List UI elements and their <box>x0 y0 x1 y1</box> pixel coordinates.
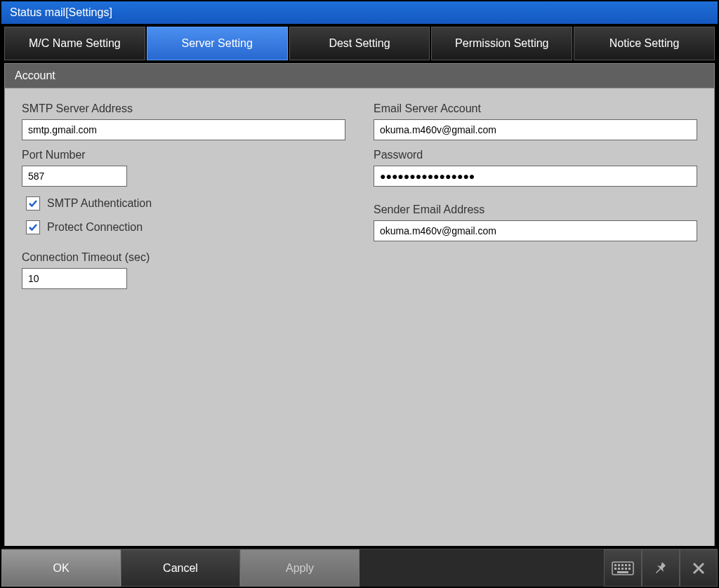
svg-rect-2 <box>618 564 620 566</box>
protect-connection-checkbox[interactable] <box>26 220 40 234</box>
port-number-input[interactable] <box>22 166 127 187</box>
svg-rect-6 <box>614 568 616 570</box>
protect-connection-label: Protect Connection <box>47 221 143 234</box>
tab-server-setting[interactable]: Server Setting <box>147 27 288 60</box>
apply-button[interactable]: Apply <box>240 549 360 587</box>
connection-timeout-label: Connection Timeout (sec) <box>22 251 345 264</box>
section-title: Account <box>15 69 55 81</box>
svg-rect-9 <box>625 568 627 570</box>
svg-rect-7 <box>618 568 620 570</box>
form-panel: SMTP Server Address Port Number SMTP Aut… <box>4 88 715 546</box>
password-label: Password <box>374 149 697 161</box>
left-column: SMTP Server Address Port Number SMTP Aut… <box>22 102 345 532</box>
content-area: Account SMTP Server Address Port Number … <box>1 60 718 549</box>
keyboard-icon <box>612 561 634 575</box>
svg-rect-4 <box>625 564 627 566</box>
svg-rect-11 <box>617 571 628 573</box>
sender-email-input[interactable] <box>374 220 697 241</box>
window-title: Status mail[Settings] <box>10 6 112 19</box>
svg-rect-3 <box>621 564 624 566</box>
close-button[interactable] <box>680 549 718 587</box>
pin-button[interactable] <box>642 549 680 587</box>
titlebar: Status mail[Settings] <box>1 1 718 24</box>
checkmark-icon <box>27 222 39 233</box>
section-header: Account <box>4 63 715 88</box>
tab-notice-setting[interactable]: Notice Setting <box>574 27 715 60</box>
bottom-bar: OK Cancel Apply <box>1 549 718 587</box>
keyboard-button[interactable] <box>604 549 642 587</box>
checkmark-icon <box>27 198 39 209</box>
smtp-server-input[interactable] <box>22 119 345 140</box>
close-icon <box>691 561 706 576</box>
password-input[interactable] <box>374 166 697 187</box>
tab-mc-name-setting[interactable]: M/C Name Setting <box>4 27 145 60</box>
svg-rect-5 <box>628 564 631 566</box>
sender-email-label: Sender Email Address <box>374 203 697 216</box>
connection-timeout-input[interactable] <box>22 268 127 289</box>
pin-icon <box>652 560 669 577</box>
svg-rect-10 <box>628 568 631 570</box>
email-account-label: Email Server Account <box>374 102 697 115</box>
status-mail-settings-window: Status mail[Settings] M/C Name Setting S… <box>0 0 719 588</box>
tab-permission-setting[interactable]: Permission Setting <box>431 27 572 60</box>
ok-button[interactable]: OK <box>1 549 121 587</box>
email-account-input[interactable] <box>374 119 697 140</box>
smtp-auth-checkbox[interactable] <box>26 196 40 211</box>
smtp-auth-label: SMTP Authentication <box>47 197 152 210</box>
port-number-label: Port Number <box>22 149 345 161</box>
button-spacer <box>360 549 604 587</box>
right-column: Email Server Account Password Sender Ema… <box>374 102 697 532</box>
svg-rect-1 <box>614 564 616 566</box>
smtp-server-label: SMTP Server Address <box>22 102 345 115</box>
svg-rect-8 <box>621 568 624 570</box>
cancel-button[interactable]: Cancel <box>121 549 240 587</box>
tab-bar: M/C Name Setting Server Setting Dest Set… <box>1 24 718 60</box>
tab-dest-setting[interactable]: Dest Setting <box>289 27 430 60</box>
